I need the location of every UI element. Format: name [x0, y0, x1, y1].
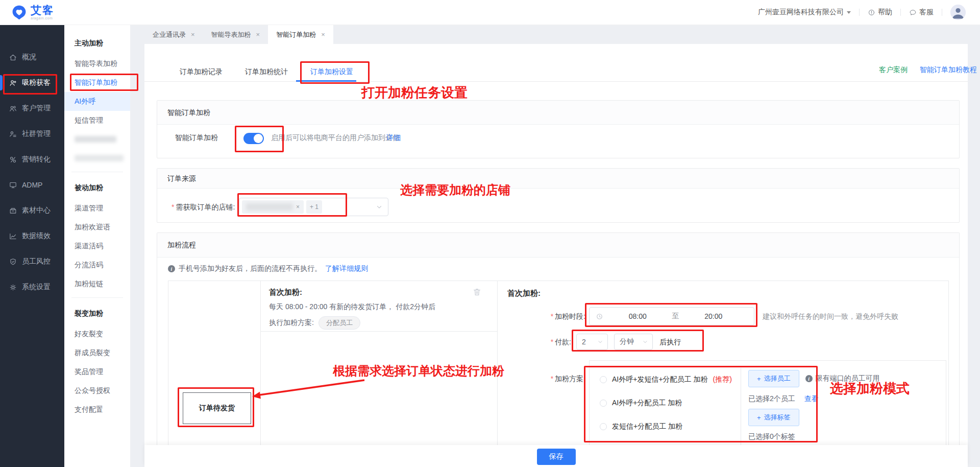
flow-notice: i 手机号添加为好友后，后面的流程不再执行。 了解详细规则 — [168, 264, 368, 273]
flow-card: 加粉流程 i 手机号添加为好友后，后面的流程不再执行。 了解详细规则 首次加粉:… — [157, 232, 960, 467]
detail-link[interactable]: 详细 — [386, 133, 401, 143]
window-tab[interactable]: 智能导表加粉× — [203, 25, 268, 44]
submenu-item[interactable]: 短信管理 — [64, 111, 130, 130]
toggle-desc: 启用后可以将电商平台的用户添加到企信 — [271, 133, 400, 143]
window-tab-label: 企业通讯录 — [153, 30, 186, 39]
useradd-icon — [9, 79, 17, 87]
pay-unit: 分钟 — [620, 337, 634, 346]
help-link[interactable]: 帮助 — [868, 8, 892, 17]
submenu-item[interactable]: 分流活码 — [64, 255, 130, 274]
sidebar-item-admp[interactable]: ADMP — [0, 172, 64, 198]
plan-option[interactable]: AI外呼+发短信+分配员工 加粉(推荐) — [600, 368, 741, 391]
submenu-item[interactable]: 支付配置 — [64, 400, 130, 419]
submenu-item[interactable]: 公众号授权 — [64, 381, 130, 400]
period-separator: 至 — [672, 312, 679, 321]
dark-sidebar-nav: 概况吸粉获客客户管理社群管理营销转化ADMP素材中心数据绩效员工风控系统设置 — [0, 25, 64, 467]
window-tab[interactable]: 企业通讯录× — [144, 25, 203, 44]
required-mark: * — [551, 375, 553, 383]
sidebar-item-useradd[interactable]: 吸粉获客 — [0, 70, 64, 96]
customer-case-link[interactable]: 客户案例 — [879, 65, 908, 75]
submenu-item[interactable]: 渠道活码 — [64, 237, 130, 255]
help-label: 帮助 — [878, 8, 892, 17]
plan-tag: 分配员工 — [318, 316, 360, 330]
plan-mode-box: AI外呼+发短信+分配员工 加粉(推荐)AI外呼+分配员工 加粉发短信+分配员工… — [589, 360, 946, 457]
sidebar-item-label: 概况 — [22, 53, 36, 62]
material-icon — [9, 206, 17, 215]
page-tab[interactable]: 订单加粉记录 — [180, 61, 223, 82]
support-link[interactable]: 客服 — [909, 8, 934, 17]
period-time-range[interactable]: 08:00 至 20:00 — [589, 307, 754, 325]
submenu-item[interactable]: 好友裂变 — [64, 324, 130, 343]
submenu-item[interactable]: 智能订单加粉 — [64, 73, 130, 92]
view-staff-link[interactable]: 查看 — [804, 394, 819, 403]
sidebar-item-gear[interactable]: 系统设置 — [0, 274, 64, 300]
support-label: 客服 — [919, 8, 934, 17]
tutorial-link[interactable]: 智能订单加粉教程 — [920, 65, 977, 75]
convert-icon — [9, 155, 17, 164]
order-source-card: 订单来源 *需获取订单的店铺: × + 1 — [157, 168, 960, 223]
shop-select[interactable]: × + 1 — [239, 198, 388, 216]
sidebar-item-label: 吸粉获客 — [22, 78, 51, 87]
pay-value-select[interactable]: 2 — [576, 334, 608, 350]
remove-tag-icon[interactable]: × — [296, 203, 300, 211]
group-icon — [9, 130, 17, 138]
radio-icon[interactable] — [600, 376, 607, 383]
submenu-item[interactable]: 加粉欢迎语 — [64, 218, 130, 237]
submenu-item[interactable]: 智能导表加粉 — [64, 54, 130, 73]
close-icon[interactable]: × — [191, 31, 195, 38]
recommend-badge: (推荐) — [713, 375, 731, 384]
sidebar-item-material[interactable]: 素材中心 — [0, 198, 64, 223]
sidebar-item-home[interactable]: 概况 — [0, 44, 64, 70]
pay-unit-select[interactable]: 分钟 — [614, 334, 653, 350]
close-icon[interactable]: × — [321, 31, 325, 38]
plan-mode-label: *加粉方案: — [507, 375, 585, 384]
redacted-text — [75, 136, 116, 143]
save-button[interactable]: 保存 — [537, 449, 576, 465]
info-icon: i — [805, 375, 813, 382]
plan-option[interactable]: 发短信+分配员工 加粉 — [600, 415, 741, 438]
window-tab[interactable]: 智能订单加粉× — [268, 25, 333, 44]
sidebar-item-group[interactable]: 社群管理 — [0, 121, 64, 147]
page-tab[interactable]: 订单加粉统计 — [245, 61, 288, 82]
plan-options: AI外呼+发短信+分配员工 加粉(推荐)AI外呼+分配员工 加粉发短信+分配员工… — [590, 361, 741, 457]
select-tag-button[interactable]: +选择标签 — [748, 409, 799, 426]
period-note: 建议和外呼任务的时间一致，避免外呼失败 — [763, 312, 898, 321]
brand-pin-icon — [11, 5, 27, 20]
plan-option[interactable]: AI外呼+分配员工 加粉 — [600, 391, 741, 415]
app-logo[interactable]: 艾客 aiagain.com — [11, 5, 54, 20]
select-staff-button[interactable]: +选择员工 — [748, 370, 799, 387]
submenu-item[interactable]: 加粉短链 — [64, 274, 130, 293]
submenu-item[interactable]: 奖品管理 — [64, 362, 130, 381]
submenu-item[interactable]: AI外呼 — [64, 92, 130, 111]
company-name: 广州壹豆网络科技有限公司 — [758, 8, 844, 17]
sidebar-item-label: ADMP — [22, 181, 42, 189]
sidebar-item-convert[interactable]: 营销转化 — [0, 147, 64, 172]
sidebar-item-shield[interactable]: 员工风控 — [0, 249, 64, 274]
sidebar-item-chart[interactable]: 数据绩效 — [0, 223, 64, 249]
submenu-item[interactable]: 群成员裂变 — [64, 343, 130, 362]
shop-tag: × — [242, 200, 304, 214]
submenu-panel: 主动加粉智能导表加粉智能订单加粉AI外呼短信管理被动加粉渠道管理加粉欢迎语渠道活… — [64, 25, 131, 467]
close-icon[interactable]: × — [256, 31, 260, 38]
shield-icon — [9, 258, 17, 266]
smart-order-toggle[interactable] — [243, 133, 264, 144]
sidebar-item-users[interactable]: 客户管理 — [0, 96, 64, 121]
user-avatar[interactable] — [950, 5, 966, 20]
company-switcher[interactable]: 广州壹豆网络科技有限公司 — [758, 8, 851, 17]
order-status-node[interactable]: 订单待发货 — [183, 392, 251, 424]
shop-select-label: *需获取订单的店铺: — [172, 203, 235, 212]
submenu-item[interactable]: 渠道管理 — [64, 199, 130, 218]
trash-icon[interactable] — [472, 287, 482, 297]
radio-icon[interactable] — [600, 400, 607, 407]
submenu-item[interactable] — [64, 149, 130, 168]
radio-icon[interactable] — [600, 423, 607, 430]
submenu-group-title: 被动加粉 — [64, 176, 130, 199]
rules-link[interactable]: 了解详细规则 — [325, 264, 368, 273]
plus-icon: + — [757, 414, 761, 422]
page-tab[interactable]: 订单加粉设置 — [310, 61, 353, 82]
sidebar-item-label: 素材中心 — [22, 206, 51, 215]
period-start[interactable]: 08:00 — [603, 312, 672, 320]
submenu-item[interactable] — [64, 130, 130, 149]
period-end[interactable]: 20:00 — [679, 312, 748, 320]
card-header: 订单来源 — [157, 169, 959, 189]
